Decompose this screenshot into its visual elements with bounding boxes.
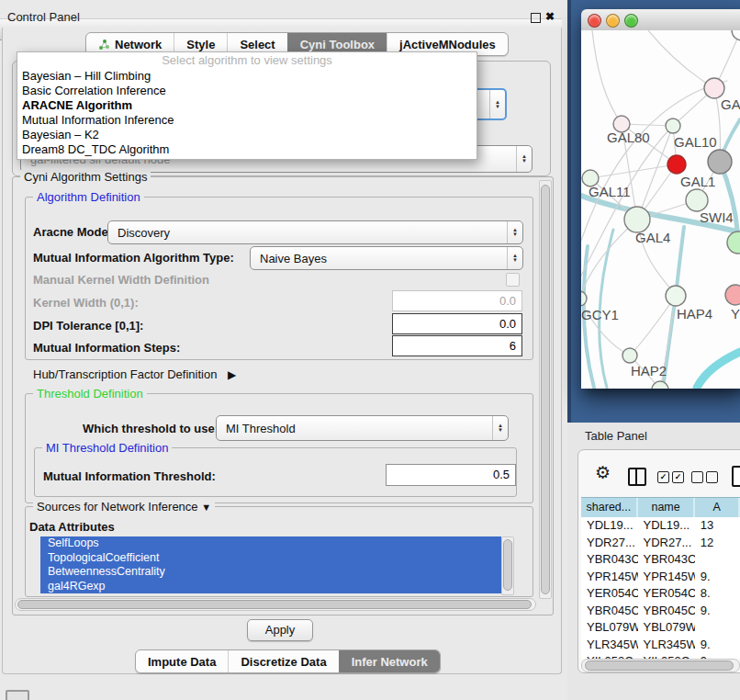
close-icon[interactable]: ✖: [545, 10, 555, 23]
node-gal10[interactable]: [666, 119, 680, 133]
node-top-right[interactable]: [732, 30, 740, 40]
checked-box-icon: ✓: [657, 471, 669, 483]
node-gray[interactable]: [708, 150, 732, 174]
table-cell: YPR145W: [581, 569, 638, 586]
tab-infer-network[interactable]: Infer Network: [339, 650, 440, 672]
spinner-down-glyph: ▼: [495, 105, 500, 109]
column-header-shared[interactable]: shared...: [581, 498, 638, 518]
attribute-item-gal4rgexp[interactable]: gal4RGexp: [40, 580, 501, 594]
column-header-a[interactable]: A: [695, 498, 740, 518]
gear-glyph: ⚙: [595, 463, 611, 482]
mi-type-combobox[interactable]: Naive Bayes ▲▼: [250, 246, 523, 270]
mi-threshold-field[interactable]: 0.5: [386, 464, 516, 486]
attribute-item-betweennesscentrality[interactable]: BetweennessCentrality: [40, 565, 501, 580]
table-hscrollbar-thumb[interactable]: [585, 660, 734, 671]
network-canvas[interactable]: GALGAL80GAL10GAL11GAL1SWI4GAL4GCY1HAP4YH…: [581, 30, 740, 389]
mac-close-button[interactable]: [588, 14, 601, 28]
table-row[interactable]: YLR345WYLR345W9.: [581, 637, 740, 654]
algorithm-option-bayesian-hill-climbing[interactable]: Bayesian – Hill Climbing: [17, 69, 477, 84]
table-cell: YBR045C: [638, 603, 695, 620]
table-body: YDL19...YDL19...13YDR27...YDR27...12YBR0…: [581, 517, 740, 659]
manual-kernel-checkbox[interactable]: [506, 273, 520, 287]
algorithm-option-bayesian-k2[interactable]: Bayesian – K2: [17, 128, 477, 142]
table-row[interactable]: YBR043CYBR043C: [581, 551, 740, 569]
spinner-icon[interactable]: ▲▼: [516, 146, 532, 172]
node-gal1[interactable]: [686, 189, 708, 211]
attributes-vscrollbar[interactable]: [501, 536, 514, 595]
table-cell: 13: [695, 517, 740, 535]
settings-hscrollbar-thumb[interactable]: [17, 600, 532, 609]
network-window-titlebar[interactable]: [581, 9, 740, 31]
algorithm-option-aracne-algorithm[interactable]: ARACNE Algorithm: [17, 98, 477, 113]
node-gcy1[interactable]: [581, 291, 587, 306]
table-cell: YPR145W: [638, 569, 695, 586]
spinner-icon[interactable]: ▲▼: [492, 416, 508, 440]
network-window: GALGAL80GAL10GAL11GAL1SWI4GAL4GCY1HAP4YH…: [581, 9, 740, 389]
table-cell: 9.: [695, 603, 740, 620]
spinner-icon[interactable]: ▲▼: [507, 221, 522, 243]
settings-hscrollbar[interactable]: [15, 598, 536, 611]
dpi-tolerance-field[interactable]: 0.0: [392, 313, 522, 334]
algorithm-option-dream8-dc-tdc-algorithm[interactable]: Dream8 DC_TDC Algorithm: [17, 142, 477, 157]
table-row[interactable]: YPR145WYPR145W9.: [581, 569, 740, 586]
attribute-item-topologicalcoefficient[interactable]: TopologicalCoefficient: [40, 551, 501, 566]
data-attributes-label: Data Attributes: [29, 520, 115, 534]
apply-button[interactable]: Apply: [247, 619, 313, 641]
node-gal4[interactable]: [624, 207, 650, 232]
table-row[interactable]: YDL19...YDL19...13: [581, 517, 740, 535]
algorithm-option-mutual-information-inference[interactable]: Mutual Information Inference: [17, 113, 477, 128]
network-tab-icon: [98, 39, 110, 51]
mi-steps-field[interactable]: 6: [392, 335, 522, 356]
table-cell: YDL19...: [638, 517, 695, 535]
tab-discretize-data[interactable]: Discretize Data: [228, 650, 338, 672]
table-panel-title: Table Panel: [585, 429, 647, 443]
node-hap4-label: HAP4: [677, 306, 712, 322]
aracne-mode-label: Aracne Mode:: [33, 225, 112, 239]
checked-box-icon: ✓: [672, 471, 684, 483]
spinner-icon[interactable]: ▲▼: [507, 247, 522, 269]
document-icon[interactable]: [732, 466, 740, 487]
attribute-item-selfloops[interactable]: SelfLoops: [40, 536, 501, 551]
table-gear-icon[interactable]: ⚙: [595, 465, 611, 482]
kernel-width-field[interactable]: 0.0: [392, 290, 522, 311]
hub-definition-expander[interactable]: Hub/Transcription Factor Definition ▶: [33, 367, 236, 381]
settings-vscrollbar[interactable]: [539, 180, 552, 599]
tab-impute-data[interactable]: Impute Data: [136, 650, 228, 672]
table-cell: YBL079W: [638, 619, 695, 637]
node-hap4[interactable]: [666, 286, 686, 306]
collapse-arrow-icon[interactable]: ▼: [201, 502, 211, 513]
minimized-panel-icon[interactable]: [6, 690, 29, 700]
table-row[interactable]: YER054CYER054C8.: [581, 585, 740, 603]
column-header-name[interactable]: name: [638, 498, 696, 518]
mac-zoom-button[interactable]: [624, 14, 638, 28]
table-row[interactable]: YBR045CYBR045C9.: [581, 603, 740, 620]
aracne-mode-combobox[interactable]: Discovery ▲▼: [107, 220, 523, 244]
table-row[interactable]: YDR27...YDR27...12: [581, 535, 740, 552]
table-cell: 8.: [695, 585, 740, 603]
spinner-icon[interactable]: ▲▼: [489, 90, 505, 119]
table-row[interactable]: YBL079WYBL079W: [581, 619, 740, 637]
table-cell: 9.: [695, 637, 740, 654]
node-green-right[interactable]: [727, 231, 740, 254]
table-columns-icon[interactable]: [628, 468, 646, 486]
dpi-tolerance-label: DPI Tolerance [0,1]:: [33, 319, 143, 333]
node-pink-right[interactable]: [725, 285, 740, 305]
node-red[interactable]: [667, 155, 686, 174]
float-window-icon[interactable]: [531, 13, 541, 23]
select-all-columns-icon[interactable]: ✓ ✓: [657, 471, 684, 483]
mac-minimize-button[interactable]: [606, 14, 620, 28]
node-hap2[interactable]: [622, 348, 637, 363]
which-threshold-label: Which threshold to use:: [83, 422, 219, 435]
attributes-vscrollbar-thumb[interactable]: [503, 539, 512, 591]
node-gal[interactable]: [704, 78, 724, 98]
unchecked-box-icon: [691, 471, 703, 483]
node-gal80-label: GAL80: [607, 130, 650, 145]
algorithm-option-basic-correlation-inference[interactable]: Basic Correlation Inference: [17, 84, 477, 98]
algorithm-definition-title: Algorithm Definition: [33, 190, 144, 204]
threshold-combobox[interactable]: MI Threshold ▲▼: [216, 415, 509, 441]
tab-label: Infer Network: [352, 651, 428, 672]
deselect-all-columns-icon[interactable]: [691, 471, 718, 483]
spinner-down-glyph: ▼: [498, 428, 503, 433]
settings-vscrollbar-thumb[interactable]: [541, 185, 550, 594]
table-hscrollbar[interactable]: [581, 659, 740, 672]
